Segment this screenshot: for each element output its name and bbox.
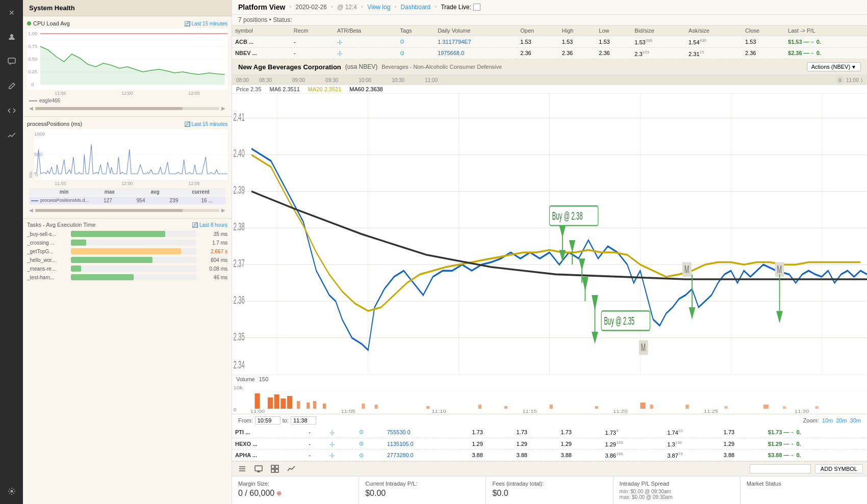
svg-text:11:00: 11:00 bbox=[250, 409, 265, 414]
positions-bar: 7 positions • Status: bbox=[232, 15, 867, 25]
trending-icon[interactable] bbox=[4, 127, 19, 143]
company-sector: Beverages - Non-Alcoholic Consumer Defen… bbox=[381, 64, 502, 70]
col-lastpl: Last -> P/L bbox=[785, 25, 867, 36]
chart-line-icon[interactable] bbox=[285, 464, 297, 474]
svg-rect-90 bbox=[595, 406, 598, 409]
left-sidebar: ✕ bbox=[0, 0, 23, 504]
symbol-input[interactable] bbox=[750, 464, 811, 473]
col-recm: Recm bbox=[291, 25, 334, 36]
col-symbol: symbol bbox=[232, 25, 291, 36]
process-time-label: 🔄 Last 15 minutes bbox=[184, 121, 227, 127]
svg-rect-94 bbox=[725, 406, 728, 409]
current-pl-value: $0.00 bbox=[365, 489, 479, 498]
panel-title: System Health bbox=[23, 0, 232, 16]
grid-icon[interactable] bbox=[269, 464, 281, 474]
svg-text:M: M bbox=[641, 341, 646, 354]
col-bid: Bid/size bbox=[631, 25, 685, 36]
task-bar-3 bbox=[71, 248, 196, 254]
to-input[interactable] bbox=[291, 416, 316, 425]
zoom-20m-button[interactable]: 20m bbox=[836, 417, 847, 423]
svg-text:M: M bbox=[684, 263, 690, 276]
svg-rect-89 bbox=[550, 405, 553, 409]
cpu-chart: 1.00 0.75 0.50 0.25 0 bbox=[27, 29, 227, 90]
trade-live-label: Trade Live: bbox=[441, 4, 480, 11]
svg-text:M: M bbox=[777, 263, 782, 276]
cpu-status-dot bbox=[27, 21, 31, 25]
zoom-30m-button[interactable]: 30m bbox=[850, 417, 861, 423]
user-icon[interactable] bbox=[4, 30, 19, 45]
intraday-spread-label: Intraday P/L Spread bbox=[620, 481, 734, 487]
svg-rect-82 bbox=[313, 401, 316, 409]
current-pl-box: Current Intraday P/L: $0.00 bbox=[359, 476, 486, 504]
tasks-section: Tasks - Avg Execution Time 🔄 Last 8 hour… bbox=[23, 219, 232, 286]
edit-icon[interactable] bbox=[4, 78, 19, 94]
chart-top-bar: 08:00 08:30 09:00 09:30 10:00 10:30 11:0… bbox=[232, 75, 867, 85]
company-ticker: (usa NBEV) bbox=[345, 63, 377, 70]
dashboard-link[interactable]: Dashboard bbox=[401, 4, 431, 11]
chart-pause-btn[interactable]: ⏸ bbox=[836, 76, 844, 84]
task-bar-1 bbox=[71, 231, 196, 237]
margin-size-value: 0 / 60,000 bbox=[238, 489, 274, 498]
trade-live-checkbox[interactable] bbox=[473, 4, 480, 11]
svg-text:2.36: 2.36 bbox=[234, 294, 245, 306]
zoom-10m-button[interactable]: 10m bbox=[822, 417, 833, 423]
process-chart: 1000 500 0 bbox=[34, 129, 227, 180]
svg-text:0: 0 bbox=[31, 82, 34, 87]
table-row[interactable]: APHA ... - -|- ⊙ 2773280.0 3.88 3.88 3.8… bbox=[232, 449, 867, 461]
settings-icon[interactable] bbox=[4, 484, 19, 499]
svg-rect-87 bbox=[478, 405, 481, 409]
svg-rect-80 bbox=[297, 401, 300, 409]
close-icon[interactable]: ✕ bbox=[4, 5, 19, 20]
margin-clear-icon[interactable]: ⊗ bbox=[276, 490, 282, 497]
price-label: Price 2.35 bbox=[236, 86, 262, 92]
tasks-time-label: 🔄 Last 8 hours bbox=[192, 222, 227, 228]
from-label: From: bbox=[238, 417, 253, 423]
volume-max: 150 bbox=[259, 376, 268, 382]
zoom-label: Zoom: bbox=[803, 417, 819, 423]
monitor-icon[interactable] bbox=[252, 464, 265, 474]
svg-rect-113 bbox=[271, 469, 274, 472]
market-status-label: Market Status bbox=[747, 481, 861, 487]
table-row[interactable]: NBEV ... - -|- ⊙ 1975668.0 2.36 2.36 2.3… bbox=[232, 47, 867, 59]
top-header: Platform View • 2020-02-26 • @ 12:4 • Vi… bbox=[232, 0, 867, 15]
task-bar-4 bbox=[71, 257, 196, 263]
svg-rect-108 bbox=[255, 466, 262, 471]
table-row[interactable]: PTI ... - -|- ⊙ 755530.0 1.73 1.73 1.73 … bbox=[232, 427, 867, 438]
svg-text:0: 0 bbox=[234, 407, 237, 412]
company-name: New Age Beverages Corporation bbox=[238, 63, 341, 71]
svg-rect-78 bbox=[280, 399, 286, 409]
ma6-label: MA6 2.3511 bbox=[270, 86, 300, 92]
svg-text:10k: 10k bbox=[234, 385, 243, 390]
svg-text:2.38: 2.38 bbox=[234, 221, 245, 233]
svg-rect-97 bbox=[815, 406, 818, 409]
svg-text:2.40: 2.40 bbox=[234, 147, 245, 160]
svg-rect-1 bbox=[8, 58, 15, 63]
align-icon[interactable] bbox=[236, 464, 248, 474]
svg-rect-77 bbox=[274, 394, 279, 409]
svg-text:11:15: 11:15 bbox=[522, 409, 537, 414]
process-time-axis: 11:5512:0012:05 bbox=[27, 180, 227, 187]
spread-min: min: $0.00 @ 09:30am bbox=[620, 489, 734, 494]
svg-point-2 bbox=[10, 490, 13, 493]
table-row[interactable]: ACB ... - -|- ⊙ 1.3117794E7 1.53 1.53 1.… bbox=[232, 36, 867, 48]
platform-title: Platform View bbox=[238, 3, 285, 11]
intraday-spread-box: Intraday P/L Spread min: $0.00 @ 09:30am… bbox=[614, 476, 741, 504]
svg-text:2.41: 2.41 bbox=[234, 111, 245, 123]
table-row[interactable]: HEXO ... - -|- ⊙ 1135105.0 1.29 1.29 1.2… bbox=[232, 438, 867, 449]
col-atr: ATR/Beta bbox=[334, 25, 397, 36]
svg-rect-95 bbox=[763, 405, 769, 409]
code-icon[interactable] bbox=[4, 103, 19, 118]
company-row: New Age Beverages Corporation (usa NBEV)… bbox=[232, 59, 867, 75]
view-log-link[interactable]: View log bbox=[367, 4, 390, 11]
add-symbol-button[interactable]: ADD SYMBOL bbox=[815, 464, 863, 473]
volume-label: Volume bbox=[236, 376, 255, 382]
bottom-metrics: Margin Size: 0 / 60,000 ⊗ Current Intrad… bbox=[232, 476, 867, 504]
cpu-legend: eagle466 bbox=[27, 97, 227, 104]
from-input[interactable] bbox=[255, 416, 280, 425]
svg-rect-76 bbox=[268, 397, 273, 409]
svg-text:11:10: 11:10 bbox=[431, 409, 446, 414]
process-legend-label: processPositionsMs.duration bbox=[40, 198, 91, 203]
actions-button[interactable]: Actions (NBEV) ▼ bbox=[807, 62, 861, 71]
col-open: Open bbox=[517, 25, 559, 36]
chat-icon[interactable] bbox=[4, 54, 19, 69]
